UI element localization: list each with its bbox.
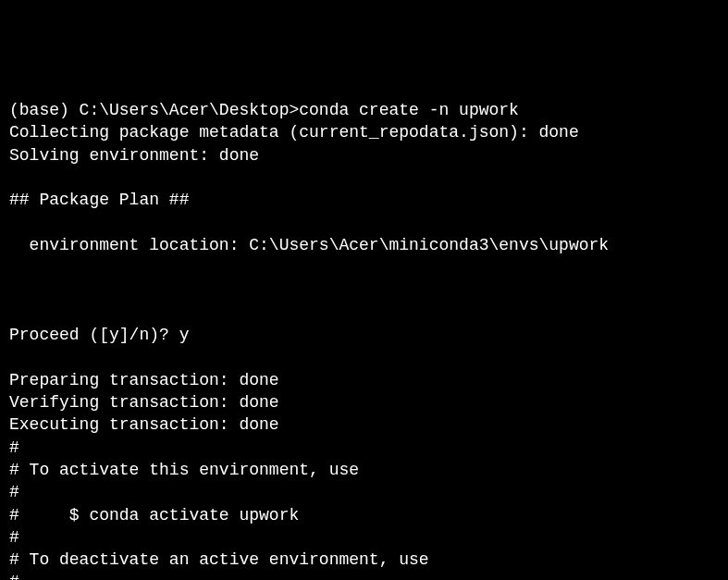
terminal-line: ## Package Plan ## (9, 191, 189, 209)
terminal-line: Proceed ([y]/n)? y (9, 326, 189, 344)
terminal-line: Verifying transaction: done (9, 393, 279, 412)
terminal-line: # (9, 528, 19, 547)
terminal-line: # (9, 438, 19, 457)
terminal-line: # To deactivate an active environment, u… (9, 550, 429, 569)
terminal-line: Preparing transaction: done (9, 371, 279, 389)
terminal-line: # (9, 483, 19, 501)
terminal-line: # $ conda activate upwork (9, 506, 299, 524)
terminal-output[interactable]: (base) C:\Users\Acer\Desktop>conda creat… (9, 99, 719, 580)
terminal-line: Executing transaction: done (9, 415, 279, 434)
terminal-line: # (9, 573, 19, 580)
terminal-line: # To activate this environment, use (9, 461, 359, 479)
terminal-line: (base) C:\Users\Acer\Desktop>conda creat… (9, 101, 519, 119)
terminal-line: Solving environment: done (9, 146, 259, 165)
terminal-line: environment location: C:\Users\Acer\mini… (9, 236, 609, 254)
terminal-line: Collecting package metadata (current_rep… (9, 123, 579, 142)
